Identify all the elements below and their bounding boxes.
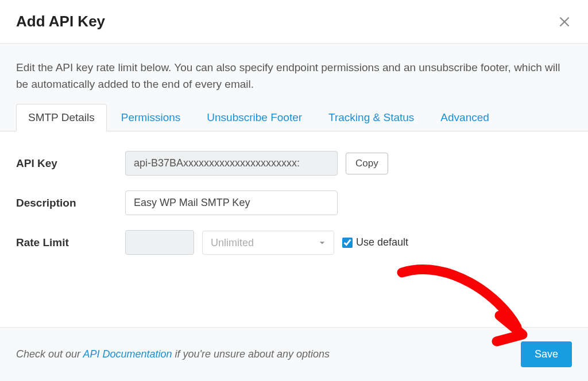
description-controls xyxy=(125,190,338,215)
modal-intro: Edit the API key rate limit below. You c… xyxy=(0,44,588,131)
close-icon[interactable] xyxy=(557,14,572,29)
description-input[interactable] xyxy=(125,190,338,215)
rate-limit-select[interactable]: Unlimited xyxy=(202,231,334,255)
api-key-label: API Key xyxy=(16,157,125,170)
rate-limit-controls: Unlimited Use default xyxy=(125,230,408,255)
api-documentation-link[interactable]: API Documentation xyxy=(83,348,172,360)
footer-suffix: if you're unsure about any options xyxy=(172,348,330,360)
modal-footer: Check out our API Documentation if you'r… xyxy=(0,327,588,381)
api-key-input[interactable] xyxy=(125,151,338,176)
tab-smtp-details[interactable]: SMTP Details xyxy=(16,104,107,131)
api-key-controls: Copy xyxy=(125,151,388,176)
footer-text: Check out our API Documentation if you'r… xyxy=(16,348,330,360)
rate-limit-input[interactable] xyxy=(125,230,194,255)
tab-advanced[interactable]: Advanced xyxy=(428,104,501,131)
footer-prefix: Check out our xyxy=(16,348,83,360)
modal-header: Add API Key xyxy=(0,0,588,44)
tab-permissions[interactable]: Permissions xyxy=(109,104,192,131)
use-default-checkbox[interactable] xyxy=(342,238,353,248)
tab-unsubscribe-footer[interactable]: Unsubscribe Footer xyxy=(195,104,314,131)
description-label: Description xyxy=(16,197,125,209)
copy-button[interactable]: Copy xyxy=(346,153,388,174)
use-default-label: Use default xyxy=(356,236,408,248)
tabs-container: SMTP Details Permissions Unsubscribe Foo… xyxy=(16,104,572,131)
api-key-row: API Key Copy xyxy=(16,151,572,176)
modal-title: Add API Key xyxy=(16,13,105,30)
use-default-wrap: Use default xyxy=(342,236,408,248)
description-row: Description xyxy=(16,190,572,215)
rate-limit-label: Rate Limit xyxy=(16,236,125,249)
tab-content: API Key Copy Description Rate Limit Unli… xyxy=(0,131,588,304)
save-button[interactable]: Save xyxy=(521,341,572,367)
rate-limit-row: Rate Limit Unlimited Use default xyxy=(16,230,572,255)
tab-tracking-status[interactable]: Tracking & Status xyxy=(316,104,426,131)
intro-text: Edit the API key rate limit below. You c… xyxy=(16,60,572,92)
